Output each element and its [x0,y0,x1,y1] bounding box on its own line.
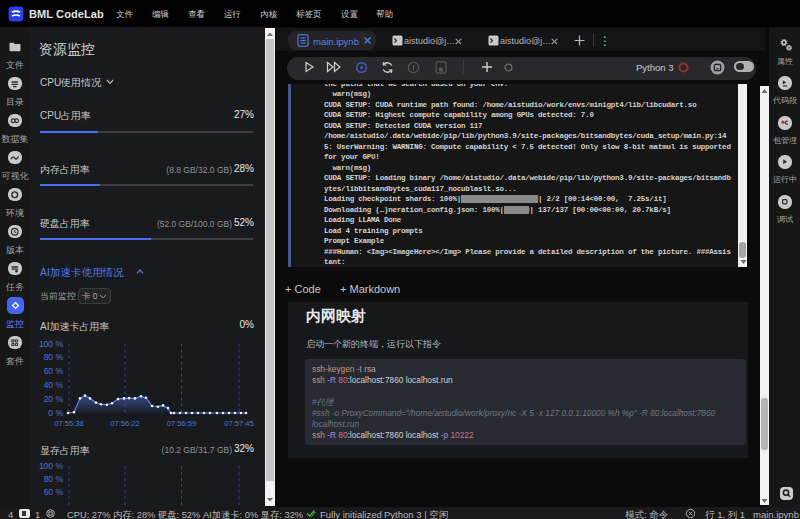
svg-text:60 %: 60 % [44,366,64,376]
svg-text:07:55:38: 07:55:38 [54,419,84,428]
svg-text:07:57:45: 07:57:45 [224,419,254,428]
svg-text:80 %: 80 % [44,474,64,484]
svg-text:100 %: 100 % [39,461,64,471]
svg-text:07:56:59: 07:56:59 [167,419,197,428]
svg-text:20 %: 20 % [44,394,64,404]
svg-text:07:56:22: 07:56:22 [110,419,140,428]
svg-text:0 %: 0 % [48,408,63,418]
svg-text:100 %: 100 % [39,339,64,349]
svg-text:40 %: 40 % [44,380,64,390]
svg-text:80 %: 80 % [44,352,64,362]
svg-text:60 %: 60 % [44,487,64,497]
